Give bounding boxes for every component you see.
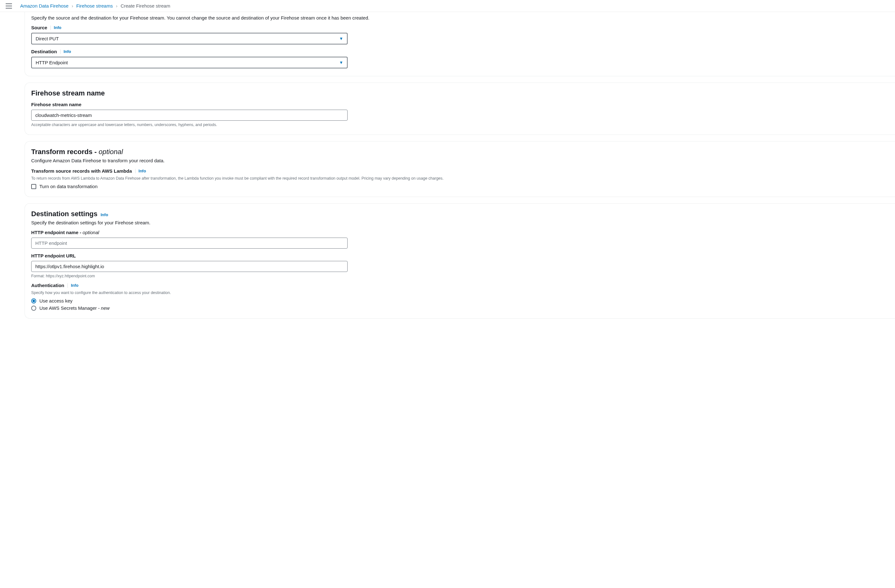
info-link-dest-settings[interactable]: Info — [100, 212, 108, 217]
auth-radio-group: Use access key Use AWS Secrets Manager -… — [31, 298, 882, 311]
breadcrumb-link-streams[interactable]: Firehose streams — [76, 3, 113, 9]
caret-down-icon: ▼ — [339, 36, 343, 41]
destination-select[interactable]: HTTP Endpoint ▼ — [31, 57, 347, 68]
transform-subtitle: Configure Amazon Data Firehose to transf… — [31, 158, 882, 163]
breadcrumbs: Amazon Data Firehose › Firehose streams … — [20, 3, 170, 9]
source-dest-description: Specify the source and the destination f… — [31, 15, 882, 20]
auth-option-access-key-row: Use access key — [31, 298, 882, 303]
field-endpoint-url: HTTP endpoint URL Format: https://xyz.ht… — [31, 253, 882, 278]
field-stream-name: Firehose stream name Acceptable characte… — [31, 102, 882, 127]
destination-select-value: HTTP Endpoint — [36, 60, 68, 65]
destination-label: Destination — [31, 49, 57, 54]
field-endpoint-name: HTTP endpoint name - optional — [31, 230, 882, 249]
info-link-destination[interactable]: Info — [64, 49, 71, 54]
divider — [60, 50, 61, 54]
endpoint-name-input[interactable] — [31, 238, 347, 249]
dest-settings-heading: Destination settings — [31, 210, 97, 218]
endpoint-name-label: HTTP endpoint name - optional — [31, 230, 99, 235]
transform-heading-optional: optional — [99, 148, 123, 156]
info-link-lambda[interactable]: Info — [139, 168, 146, 173]
transform-checkbox[interactable] — [31, 184, 36, 189]
source-label: Source — [31, 25, 47, 30]
auth-heading: Authentication — [31, 283, 64, 288]
lambda-hint: To return records from AWS Lambda to Ama… — [31, 176, 882, 180]
source-select-value: Direct PUT — [36, 36, 59, 41]
endpoint-url-input[interactable] — [31, 261, 347, 272]
field-destination: Destination Info HTTP Endpoint ▼ — [31, 49, 882, 68]
auth-subtitle: Specify how you want to configure the au… — [31, 291, 882, 295]
auth-radio-access-key[interactable] — [31, 299, 36, 303]
stream-name-heading: Firehose stream name — [31, 89, 882, 97]
transform-heading: Transform records - optional — [31, 148, 882, 156]
page-content: Specify the source and the destination f… — [0, 12, 895, 331]
divider — [67, 283, 68, 288]
panel-source-destination: Specify the source and the destination f… — [24, 12, 895, 76]
breadcrumb-current: Create Firehose stream — [121, 3, 170, 9]
field-source: Source Info Direct PUT ▼ — [31, 25, 882, 44]
top-bar: Amazon Data Firehose › Firehose streams … — [0, 0, 895, 12]
stream-name-label: Firehose stream name — [31, 102, 81, 107]
chevron-right-icon: › — [116, 3, 118, 9]
breadcrumb-link-service[interactable]: Amazon Data Firehose — [20, 3, 68, 9]
transform-checkbox-row: Turn on data transformation — [31, 184, 882, 189]
chevron-right-icon: › — [71, 3, 73, 9]
stream-name-input[interactable] — [31, 110, 347, 121]
auth-radio-access-key-label: Use access key — [39, 298, 73, 303]
panel-stream-name: Firehose stream name Firehose stream nam… — [24, 83, 895, 135]
endpoint-url-label: HTTP endpoint URL — [31, 253, 76, 258]
source-select[interactable]: Direct PUT ▼ — [31, 33, 347, 44]
endpoint-url-hint: Format: https://xyz.httpendpoint.com — [31, 274, 882, 278]
auth-radio-secrets-label: Use AWS Secrets Manager - new — [39, 305, 110, 311]
hamburger-menu-icon[interactable] — [6, 3, 12, 9]
transform-heading-text: Transform records - — [31, 148, 99, 156]
stream-name-hint: Acceptable characters are uppercase and … — [31, 123, 882, 127]
auth-option-secrets-row: Use AWS Secrets Manager - new — [31, 305, 882, 311]
field-authentication: Authentication Info Specify how you want… — [31, 283, 882, 311]
auth-radio-secrets-manager[interactable] — [31, 306, 36, 311]
dest-settings-subtitle: Specify the destination settings for you… — [31, 220, 882, 225]
caret-down-icon: ▼ — [339, 60, 343, 65]
divider — [50, 26, 51, 30]
panel-destination-settings: Destination settings Info Specify the de… — [24, 203, 895, 318]
info-link-auth[interactable]: Info — [71, 283, 79, 288]
info-link-source[interactable]: Info — [54, 25, 61, 30]
lambda-heading: Transform source records with AWS Lambda — [31, 168, 132, 174]
transform-checkbox-label: Turn on data transformation — [39, 184, 98, 189]
panel-transform-records: Transform records - optional Configure A… — [24, 141, 895, 197]
